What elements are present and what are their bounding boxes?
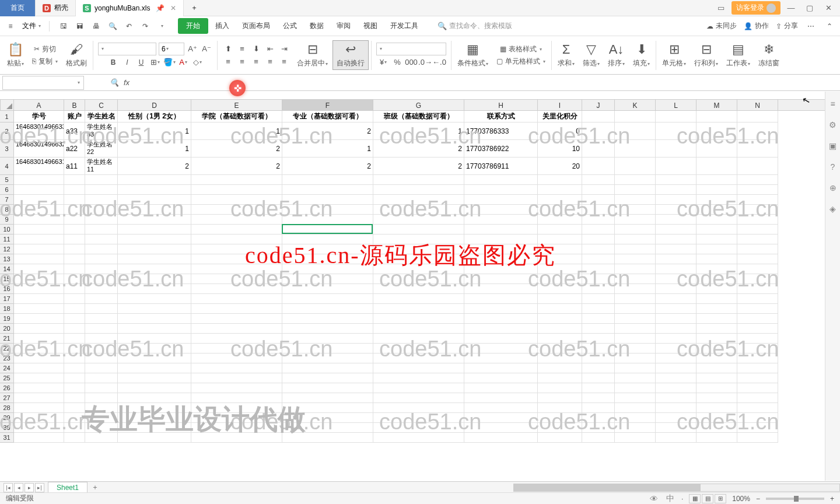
cell[interactable] [85, 304, 118, 314]
cell[interactable] [85, 413, 118, 423]
cell[interactable] [538, 235, 582, 244]
cell[interactable] [615, 254, 656, 264]
cell[interactable] [538, 314, 582, 324]
cell[interactable]: 164683014966322 [14, 140, 64, 158]
cell[interactable] [118, 344, 191, 354]
cell[interactable] [373, 423, 464, 433]
cell[interactable] [538, 175, 582, 185]
cell[interactable] [64, 225, 85, 235]
cell[interactable] [615, 284, 656, 294]
close-button[interactable]: ✕ [820, 1, 836, 15]
cell[interactable] [538, 433, 582, 443]
row-header-2[interactable]: 2 [0, 123, 13, 140]
cell[interactable] [118, 185, 191, 195]
cell[interactable] [85, 363, 118, 373]
cell[interactable] [582, 413, 615, 423]
cell[interactable] [538, 205, 582, 215]
cell[interactable] [64, 264, 85, 274]
cell[interactable] [282, 225, 373, 235]
cell[interactable] [737, 284, 778, 294]
cell[interactable]: 20 [538, 158, 582, 175]
cells-button[interactable]: ⊞单元格 [659, 41, 690, 69]
cell[interactable] [373, 334, 464, 344]
cell[interactable] [696, 344, 737, 354]
cell[interactable] [64, 403, 85, 413]
row-header-16[interactable]: 16 [0, 284, 13, 294]
cell[interactable] [737, 403, 778, 413]
cell[interactable] [582, 393, 615, 403]
col-header-H[interactable]: H [464, 100, 538, 110]
col-header-A[interactable]: A [14, 100, 64, 110]
cell[interactable] [538, 284, 582, 294]
cut-button[interactable]: ✂剪切 [33, 44, 57, 55]
save-icon[interactable]: 🖫 [58, 20, 69, 32]
cell[interactable] [737, 158, 778, 175]
cell[interactable] [14, 264, 64, 274]
cell[interactable] [14, 324, 64, 334]
cell[interactable] [696, 123, 737, 140]
cell[interactable] [85, 244, 118, 254]
cell[interactable] [14, 235, 64, 244]
cell[interactable] [85, 344, 118, 354]
cell[interactable] [656, 185, 696, 195]
cell[interactable] [464, 383, 538, 393]
cell[interactable] [118, 423, 191, 433]
add-sheet-button[interactable]: ＋ [90, 482, 100, 493]
cell[interactable] [656, 158, 696, 175]
cell[interactable]: 1 [282, 140, 373, 158]
tab-layout[interactable]: 页面布局 [236, 18, 276, 34]
cell[interactable] [696, 363, 737, 373]
increase-font-icon[interactable]: A⁺ [187, 43, 198, 55]
cell[interactable] [696, 403, 737, 413]
name-box[interactable]: ▾ [2, 76, 84, 90]
cell[interactable] [464, 195, 538, 205]
cell[interactable] [737, 175, 778, 185]
sheet-tab-1[interactable]: Sheet1 [48, 482, 88, 493]
cell[interactable] [64, 334, 85, 344]
cell[interactable]: 班级（基础数据可看） [373, 111, 464, 123]
tab-start[interactable]: 开始 [178, 18, 208, 34]
cell[interactable] [85, 175, 118, 185]
cell[interactable] [373, 225, 464, 235]
filter-button[interactable]: ▽筛选 [579, 41, 603, 69]
minimize-button[interactable]: — [783, 1, 799, 15]
command-search[interactable]: 🔍查找命令、搜索模版 [433, 19, 516, 33]
cell[interactable] [737, 354, 778, 363]
cell[interactable] [615, 363, 656, 373]
cell[interactable] [737, 334, 778, 344]
share-button[interactable]: ⇪分享 [776, 21, 798, 31]
cell[interactable] [696, 393, 737, 403]
cell[interactable] [582, 274, 615, 284]
cell[interactable] [464, 274, 538, 284]
cell[interactable] [696, 140, 737, 158]
cell[interactable] [14, 383, 64, 393]
cell[interactable] [615, 235, 656, 244]
cell[interactable] [696, 215, 737, 225]
print-icon[interactable]: 🖶 [90, 20, 102, 32]
cell[interactable] [64, 195, 85, 205]
italic-icon[interactable]: I [121, 57, 133, 68]
cell[interactable] [615, 215, 656, 225]
cell[interactable] [14, 314, 64, 324]
cell[interactable] [14, 185, 64, 195]
cell[interactable] [656, 175, 696, 185]
cell[interactable] [615, 403, 656, 413]
cell[interactable]: 学生姓名33 [85, 123, 118, 140]
cell[interactable] [737, 215, 778, 225]
cell[interactable] [464, 373, 538, 383]
cell[interactable] [464, 334, 538, 344]
cell[interactable] [696, 373, 737, 383]
sheet-prev-button[interactable]: ◂ [14, 483, 23, 492]
cell[interactable] [656, 205, 696, 215]
cell[interactable] [64, 205, 85, 215]
cell[interactable]: 1 [373, 123, 464, 140]
cell[interactable] [582, 304, 615, 314]
cell[interactable] [656, 294, 696, 304]
cell[interactable]: 17703786922 [464, 140, 538, 158]
cell[interactable] [373, 274, 464, 284]
cell[interactable] [464, 205, 538, 215]
cell[interactable] [191, 254, 282, 264]
row-header-14[interactable]: 14 [0, 264, 13, 274]
cell[interactable] [582, 205, 615, 215]
cell[interactable] [538, 393, 582, 403]
